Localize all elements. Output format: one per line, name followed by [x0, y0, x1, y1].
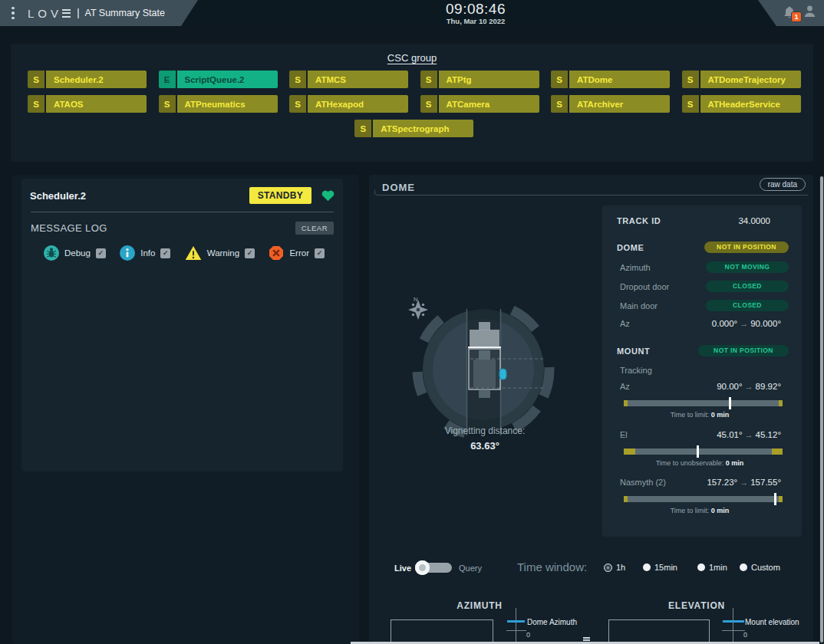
track-id-label: TRACK ID: [617, 216, 738, 225]
csc-state-badge: S: [289, 71, 306, 88]
clock-time: 09:08:46: [414, 2, 537, 17]
dome-telemetry-box: TRACK ID 34.0000 DOME NOT IN POSITION Az…: [602, 205, 802, 537]
azimuth-legend-label: Dome Azimuth: [527, 618, 577, 626]
csc-button-label: ATPneumatics: [177, 95, 278, 113]
azimuth-chart-title: AZIMUTH: [426, 600, 533, 611]
arrow-icon: →: [737, 478, 750, 487]
mount-az-limit-slider: [624, 400, 783, 406]
menu-kebab-icon[interactable]: [8, 7, 18, 20]
header-underline: [380, 195, 808, 196]
dome-top-view: [380, 286, 610, 466]
radio-1min[interactable]: 1min: [697, 563, 727, 572]
debug-bug-icon: [44, 245, 59, 261]
clock-date: Thu, Mar 10 2022: [414, 17, 537, 25]
csc-button-atheaderservice[interactable]: SATHeaderService: [682, 95, 801, 113]
csc-group-title: CSC group: [11, 52, 813, 64]
csc-button-atcamera[interactable]: SATCamera: [420, 95, 539, 113]
csc-button-label: ATPtg: [439, 71, 539, 88]
mount-el-current: 45.01°: [717, 430, 742, 439]
position-marker: [697, 445, 699, 458]
filter-label: Info: [140, 248, 155, 258]
clock: 09:08:46 Thu, Mar 10 2022: [414, 2, 537, 25]
csc-button-atspectrograph[interactable]: SATSpectrograph: [354, 120, 473, 137]
csc-button-label: ATHexapod: [308, 95, 408, 113]
elevation-chart-area: [608, 619, 710, 644]
nasmyth-limit-slider: [624, 496, 783, 502]
live-query-toggle[interactable]: [417, 563, 452, 573]
limit-zone: [624, 449, 635, 455]
csc-button-atpneumatics[interactable]: SATPneumatics: [159, 95, 278, 113]
clear-button[interactable]: CLEAR: [295, 222, 334, 235]
csc-button-label: ATHeaderService: [700, 95, 801, 113]
nasmyth-label: Nasmyth (2): [617, 478, 707, 487]
mount-el-row: El 45.01° → 45.12°: [617, 430, 789, 439]
csc-button-label: ATDome: [569, 71, 670, 88]
csc-button-ataos[interactable]: SATAOS: [28, 95, 147, 113]
radio-custom[interactable]: Custom: [740, 563, 780, 572]
nasmyth-time-to-limit: Time to limit: 0 min: [617, 507, 783, 514]
logo-text: LOV: [28, 7, 62, 20]
toggle-knob[interactable]: [415, 560, 430, 575]
limit-value-text: 0 min: [711, 411, 730, 419]
mount-el-limit-slider: [624, 449, 783, 455]
message-log-header: MESSAGE LOG CLEAR: [30, 222, 335, 235]
csc-button-scheduler2[interactable]: SScheduler.2: [28, 71, 147, 88]
csc-group-panel: CSC group SScheduler.2 EScriptQueue.2 SA…: [11, 44, 813, 162]
warning-checkbox[interactable]: ✓: [245, 248, 255, 258]
radio-button[interactable]: [697, 564, 705, 571]
legend-axis-line: [516, 608, 516, 644]
csc-button-atptg[interactable]: SATPtg: [420, 71, 539, 88]
limit-value-text: 0 min: [726, 459, 744, 467]
filter-debug: Debug ✓: [44, 245, 106, 261]
legend-axis-line: [733, 608, 733, 644]
position-marker: [774, 493, 776, 505]
csc-button-label: ATDomeTrajectory: [700, 71, 801, 88]
arrow-icon: →: [743, 382, 756, 391]
position-marker: [729, 397, 731, 409]
track-id-value: 34.0000: [738, 216, 770, 225]
csc-button-label: ATCamera: [439, 95, 539, 113]
scrollbar-thumb[interactable]: [820, 176, 824, 642]
main-door-status-badge: CLOSED: [706, 300, 789, 311]
csc-state-badge: S: [420, 71, 437, 88]
user-icon[interactable]: [803, 5, 816, 21]
radio-button[interactable]: [604, 564, 612, 572]
csc-button-label: ATMCS: [308, 71, 408, 88]
filter-label: Error: [289, 248, 309, 258]
csc-button-label: ATSpectrograph: [373, 120, 473, 137]
dropout-door-status-badge: CLOSED: [706, 281, 789, 292]
mount-el-label: El: [617, 430, 717, 439]
debug-checkbox[interactable]: ✓: [96, 248, 106, 258]
notifications-bell-icon[interactable]: 1: [783, 5, 796, 21]
dome-section-header: DOME: [617, 243, 704, 252]
csc-button-athexapod[interactable]: SATHexapod: [289, 95, 408, 113]
limit-zone: [624, 496, 628, 502]
error-checkbox[interactable]: ✓: [315, 248, 325, 258]
summary-state-badge: STANDBY: [249, 187, 311, 204]
elevation-chart-title: ELEVATION: [643, 600, 750, 611]
elevation-legend-label: Mount elevation: [745, 618, 799, 626]
view-title: AT Summary State: [85, 8, 165, 18]
topbar-left-tab: LOV AT Summary State: [0, 0, 201, 26]
radio-1h[interactable]: 1h: [604, 563, 625, 572]
scheduler-header: Scheduler.2 STANDBY: [30, 187, 335, 204]
info-checkbox[interactable]: ✓: [160, 248, 170, 258]
azimuth-legend-tick: 0: [526, 631, 530, 639]
csc-button-atmcs[interactable]: SATMCS: [289, 71, 408, 88]
dome-position-status-badge: NOT IN POSITION: [704, 242, 789, 253]
csc-button-atarchiver[interactable]: SATArchiver: [551, 95, 670, 113]
csc-state-badge: S: [28, 71, 44, 88]
csc-button-atdometrajectory[interactable]: SATDomeTrajectory: [682, 71, 801, 88]
csc-button-atdome[interactable]: SATDome: [551, 71, 670, 88]
csc-button-scriptqueue2[interactable]: EScriptQueue.2: [159, 71, 278, 88]
compass-rose-icon: [408, 300, 428, 320]
love-logo: LOV AT Summary State: [28, 7, 165, 20]
arrow-icon: →: [743, 430, 756, 439]
raw-data-button[interactable]: raw data: [760, 178, 806, 191]
legend-axis-line: [722, 630, 745, 631]
radio-15min[interactable]: 15min: [643, 563, 677, 572]
radio-button[interactable]: [643, 564, 651, 571]
dropout-door-row: Dropout door CLOSED: [617, 281, 789, 292]
log-level-filters: Debug ✓ Info ✓ Warning ✓ Error ✓: [30, 245, 335, 261]
radio-button[interactable]: [740, 564, 747, 571]
